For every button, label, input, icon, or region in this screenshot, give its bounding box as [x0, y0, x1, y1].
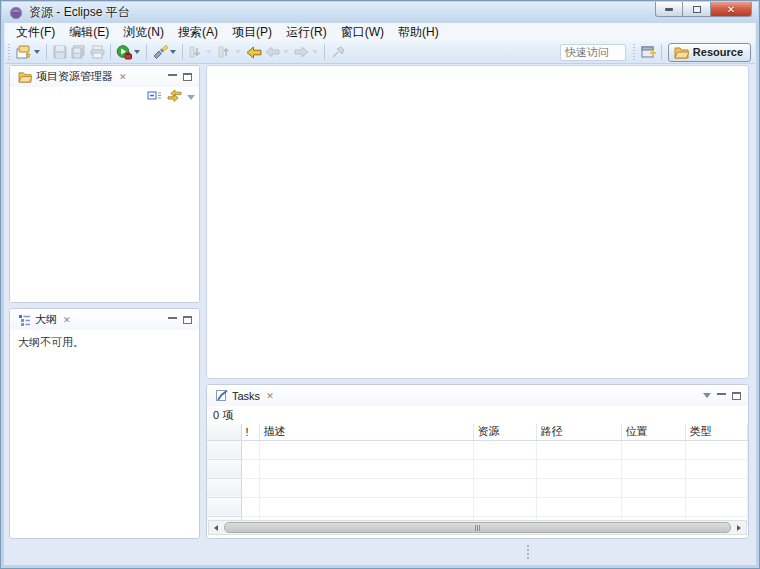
link-with-editor-icon	[167, 89, 182, 102]
column-header-corner[interactable]	[207, 424, 241, 440]
previous-annotation-button[interactable]	[215, 42, 244, 62]
minimize-button[interactable]	[655, 2, 683, 17]
scroll-right-icon[interactable]	[732, 521, 746, 534]
new-wizard-dropdown[interactable]	[34, 50, 40, 54]
column-header-type[interactable]: 类型	[685, 424, 748, 440]
forward-dropdown[interactable]	[312, 50, 318, 54]
main-toolbar: Resource	[5, 41, 755, 64]
close-button[interactable]: ✕	[710, 2, 752, 17]
run-external-tools-button[interactable]	[114, 42, 143, 62]
open-perspective-icon	[640, 44, 657, 60]
quick-access-input[interactable]	[560, 44, 626, 61]
column-header-description[interactable]: 描述	[259, 424, 473, 440]
back-dropdown[interactable]	[283, 50, 289, 54]
run-dropdown[interactable]	[134, 50, 140, 54]
table-row[interactable]	[207, 478, 748, 497]
back-button[interactable]	[263, 42, 292, 62]
menu-window[interactable]: 窗口(W)	[334, 23, 391, 42]
menu-file[interactable]: 文件(F)	[9, 23, 62, 42]
outline-unavailable-message: 大纲不可用。	[10, 330, 199, 355]
pin-editor-button[interactable]	[328, 42, 347, 62]
menu-help[interactable]: 帮助(H)	[391, 23, 446, 42]
toolbar-separator	[182, 44, 183, 60]
horizontal-scrollbar[interactable]	[208, 520, 747, 535]
search-button[interactable]	[150, 42, 179, 62]
minimize-view-icon[interactable]	[168, 317, 177, 319]
perspective-bar-handle[interactable]	[632, 44, 637, 60]
editor-area[interactable]	[206, 65, 749, 379]
save-all-button[interactable]	[69, 42, 88, 62]
next-annotation-button[interactable]	[186, 42, 215, 62]
tab-project-explorer[interactable]: 项目资源管理器 ✕	[14, 67, 131, 86]
restore-icon	[693, 6, 701, 13]
scrollbar-thumb[interactable]	[224, 522, 731, 533]
outline-icon	[18, 314, 31, 326]
collapse-all-button[interactable]	[147, 89, 162, 105]
forward-button[interactable]	[292, 42, 321, 62]
project-explorer-title: 项目资源管理器	[36, 69, 113, 84]
save-icon	[51, 44, 68, 60]
last-edit-location-button[interactable]	[244, 42, 263, 62]
outline-header: 大纲 ✕	[10, 309, 199, 330]
maximize-view-icon[interactable]	[732, 392, 741, 400]
tasks-table-wrap: ! 描述 资源 路径 位置 类型	[207, 424, 748, 525]
minimize-view-icon[interactable]	[717, 393, 726, 395]
column-header-path[interactable]: 路径	[536, 424, 621, 440]
save-all-icon	[70, 44, 87, 60]
toolbar-drag-handle[interactable]	[7, 44, 12, 60]
column-header-resource[interactable]: 资源	[473, 424, 536, 440]
restore-button[interactable]	[683, 2, 710, 17]
project-explorer-tree[interactable]	[10, 107, 199, 303]
close-view-icon[interactable]: ✕	[63, 315, 71, 325]
tasks-table: ! 描述 资源 路径 位置 类型	[207, 424, 748, 525]
resource-perspective-button[interactable]: Resource	[668, 43, 751, 62]
view-menu-icon[interactable]	[703, 393, 711, 398]
column-header-location[interactable]: 位置	[621, 424, 685, 440]
scroll-left-icon[interactable]	[209, 521, 223, 534]
minimize-view-icon[interactable]	[168, 74, 177, 76]
tasks-table-header-row: ! 描述 资源 路径 位置 类型	[207, 424, 748, 440]
new-wizard-icon	[15, 44, 32, 60]
status-bar	[5, 540, 755, 564]
close-icon: ✕	[727, 4, 735, 15]
close-view-icon[interactable]: ✕	[119, 72, 127, 82]
maximize-view-icon[interactable]	[183, 316, 192, 324]
back-arrow-icon	[264, 44, 281, 60]
search-dropdown[interactable]	[170, 50, 176, 54]
maximize-view-icon[interactable]	[183, 73, 192, 81]
trim-drag-handle-icon[interactable]	[527, 545, 529, 559]
forward-arrow-icon	[293, 44, 310, 60]
window-title: 资源 - Eclipse 平台	[29, 4, 130, 21]
run-external-tools-icon	[115, 44, 132, 60]
column-header-priority[interactable]: !	[241, 424, 259, 440]
table-row[interactable]	[207, 497, 748, 516]
resource-folder-icon	[674, 46, 689, 59]
outline-title: 大纲	[35, 312, 57, 327]
print-button[interactable]	[88, 42, 107, 62]
toolbar-separator	[110, 44, 111, 60]
menu-run[interactable]: 运行(R)	[279, 23, 334, 42]
menu-project[interactable]: 项目(P)	[225, 23, 279, 42]
close-view-icon[interactable]: ✕	[266, 391, 274, 401]
toolbar-separator	[46, 44, 47, 60]
save-button[interactable]	[50, 42, 69, 62]
previous-annotation-dropdown[interactable]	[235, 50, 241, 54]
titlebar[interactable]: 资源 - Eclipse 平台 ✕	[2, 2, 758, 23]
print-icon	[89, 44, 106, 60]
view-menu-icon[interactable]	[187, 95, 195, 100]
tab-outline[interactable]: 大纲 ✕	[14, 310, 75, 329]
menu-edit[interactable]: 编辑(E)	[62, 23, 116, 42]
tab-tasks[interactable]: Tasks ✕	[211, 387, 278, 404]
eclipse-logo-icon	[9, 6, 23, 20]
next-annotation-icon	[187, 44, 204, 60]
open-perspective-button[interactable]	[639, 42, 658, 62]
project-explorer-header: 项目资源管理器 ✕	[10, 66, 199, 87]
tasks-count: 0 项	[207, 406, 748, 424]
table-row[interactable]	[207, 440, 748, 459]
menu-navigate[interactable]: 浏览(N)	[116, 23, 171, 42]
link-with-editor-button[interactable]	[167, 89, 182, 105]
table-row[interactable]	[207, 459, 748, 478]
menu-search[interactable]: 搜索(A)	[171, 23, 225, 42]
new-wizard-button[interactable]	[14, 42, 43, 62]
next-annotation-dropdown[interactable]	[206, 50, 212, 54]
